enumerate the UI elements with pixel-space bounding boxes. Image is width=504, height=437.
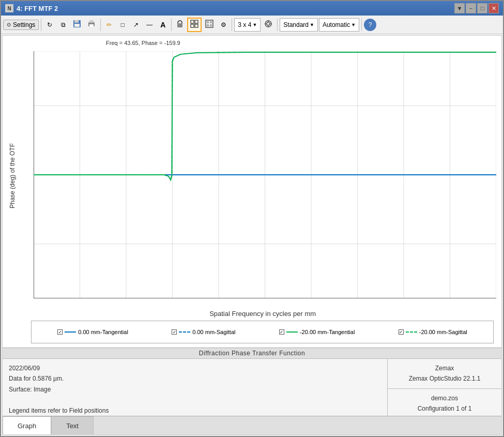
tab-graph[interactable]: Graph: [3, 416, 51, 435]
tab-bar: Graph Text: [3, 416, 501, 434]
automatic-dropdown[interactable]: Automatic ▼: [319, 18, 359, 32]
info-title: Diffraction Phase Transfer Function: [3, 348, 501, 359]
separator-1: [41, 19, 41, 31]
tab-text[interactable]: Text: [51, 416, 94, 434]
info-zemax: Zemax: [394, 363, 495, 373]
legend-checkbox-2[interactable]: ✓: [279, 329, 284, 335]
svg-rect-7: [177, 23, 182, 27]
main-window: N 4: FFT MTF 2 ▼ − □ ✕ ⊙ Settings ↻ ⧉: [0, 0, 504, 437]
save-button[interactable]: [70, 18, 84, 32]
tab-text-label: Text: [66, 422, 79, 430]
info-filename: demo.zos: [394, 393, 495, 403]
legend-checkbox-1[interactable]: ✓: [172, 329, 177, 335]
info-date: 2022/06/09: [9, 363, 381, 373]
x-axis-label: Spatial Frequency in cycles per mm: [209, 310, 316, 318]
layout-label: 3 x 4: [238, 21, 251, 28]
info-config: Configuration 1 of 1: [394, 403, 495, 414]
standard-arrow-icon: ▼: [310, 22, 314, 27]
target-icon: [264, 20, 272, 29]
info-legend-note: Legend items refer to Field positions: [9, 405, 381, 416]
legend-label-3: -20.00 mm-Sagittal: [419, 329, 467, 335]
svg-rect-15: [207, 24, 209, 26]
help-button[interactable]: ?: [364, 19, 376, 31]
svg-point-18: [267, 22, 270, 25]
tab-graph-label: Graph: [18, 422, 36, 430]
separator-4: [232, 19, 232, 31]
legend-area: ✓ 0.00 mm-Tangential ✓ 0.00 mm-Sagittal …: [31, 321, 494, 343]
info-left: 2022/06/09 Data for 0.5876 µm. Surface: …: [3, 359, 388, 416]
chart-svg: 180.0 100.0 0 -100.0 -180.0 0 5.0 10.0 1…: [34, 51, 496, 298]
lock-icon: [176, 20, 184, 29]
grid-icon: [190, 20, 198, 29]
line-icon: —: [146, 21, 152, 28]
save-icon: [73, 20, 81, 29]
svg-rect-11: [195, 24, 198, 27]
legend-line-dotted-green: [406, 331, 417, 333]
legend-line-solid-blue: [65, 331, 76, 333]
arrow-button[interactable]: ↗: [130, 18, 142, 32]
arrow-icon: ↗: [133, 21, 139, 28]
standard-label: Standard: [283, 21, 309, 28]
chart-area[interactable]: Freq = 43.65, Phase = -159.9 Phase (deg)…: [3, 36, 501, 348]
minimize-button[interactable]: −: [466, 3, 476, 13]
layout-dropdown[interactable]: 3 x 4 ▼: [234, 18, 261, 32]
line-button[interactable]: —: [143, 18, 156, 32]
pencil-icon: ✏: [106, 21, 112, 28]
print-button[interactable]: [85, 18, 98, 32]
svg-rect-9: [195, 20, 198, 23]
window-icon: N: [5, 4, 13, 12]
text-tool-button[interactable]: A: [157, 18, 169, 32]
separator-2: [100, 19, 101, 31]
info-right-top: Zemax Zemax OpticStudio 22.1.1: [388, 359, 501, 389]
separator-6: [361, 19, 362, 31]
info-body: 2022/06/09 Data for 0.5876 µm. Surface: …: [3, 359, 501, 416]
chart-svg-container: 180.0 100.0 0 -100.0 -180.0 0 5.0 10.0 1…: [34, 51, 496, 298]
refresh-icon: ↻: [47, 21, 52, 28]
refresh-button[interactable]: ↻: [43, 18, 56, 32]
settings2-button[interactable]: ⚙: [217, 18, 230, 32]
svg-rect-14: [210, 21, 212, 23]
text-tool-icon: A: [160, 21, 165, 29]
info-right-bottom: demo.zos Configuration 1 of 1: [388, 389, 501, 418]
target-button[interactable]: [262, 18, 275, 32]
automatic-arrow-icon: ▼: [351, 22, 356, 27]
layers-button[interactable]: [203, 18, 216, 32]
copy-button[interactable]: ⧉: [57, 18, 69, 32]
rect-button[interactable]: □: [116, 18, 129, 32]
svg-rect-5: [89, 24, 94, 27]
legend-checkbox-3[interactable]: ✓: [399, 329, 404, 335]
close-button[interactable]: ✕: [488, 3, 499, 13]
legend-item-2: ✓ -20.00 mm-Tangential: [279, 329, 355, 335]
legend-item-3: ✓ -20.00 mm-Sagittal: [399, 329, 467, 335]
lock-button[interactable]: [174, 18, 186, 32]
title-bar: N 4: FFT MTF 2 ▼ − □ ✕: [1, 1, 503, 16]
copy-icon: ⧉: [61, 21, 66, 28]
info-section: Diffraction Phase Transfer Function 2022…: [3, 348, 501, 416]
separator-3: [171, 19, 172, 31]
settings-chevron-icon: ⊙: [7, 22, 11, 27]
pencil-button[interactable]: ✏: [103, 18, 115, 32]
layout-arrow-icon: ▼: [252, 22, 257, 27]
help-icon: ?: [369, 21, 372, 28]
y-axis-label: Phase (deg) of the OTF: [9, 143, 16, 208]
info-spacer: [9, 395, 381, 405]
legend-checkbox-0[interactable]: ✓: [57, 329, 63, 335]
layers-icon: [205, 20, 213, 29]
window-title: 4: FFT MTF 2: [17, 5, 58, 12]
svg-rect-1: [74, 20, 79, 23]
crosshair-label: Freq = 43.65, Phase = -159.9: [106, 40, 180, 46]
toolbar: ⊙ Settings ↻ ⧉ ✏ □ ↗ —: [1, 16, 503, 34]
info-surface: Surface: Image: [9, 384, 381, 395]
settings-label: Settings: [13, 21, 35, 28]
settings2-icon: ⚙: [221, 21, 226, 28]
settings-button[interactable]: ⊙ Settings: [3, 20, 39, 30]
maximize-button[interactable]: □: [477, 3, 487, 13]
grid-button[interactable]: [187, 18, 202, 32]
automatic-label: Automatic: [323, 21, 350, 28]
title-bar-left: N 4: FFT MTF 2: [5, 4, 58, 12]
svg-rect-4: [89, 20, 94, 23]
pin-button[interactable]: ▼: [454, 3, 465, 13]
legend-item-1: ✓ 0.00 mm-Sagittal: [172, 329, 235, 335]
legend-label-1: 0.00 mm-Sagittal: [192, 329, 235, 335]
standard-dropdown[interactable]: Standard ▼: [280, 18, 318, 32]
